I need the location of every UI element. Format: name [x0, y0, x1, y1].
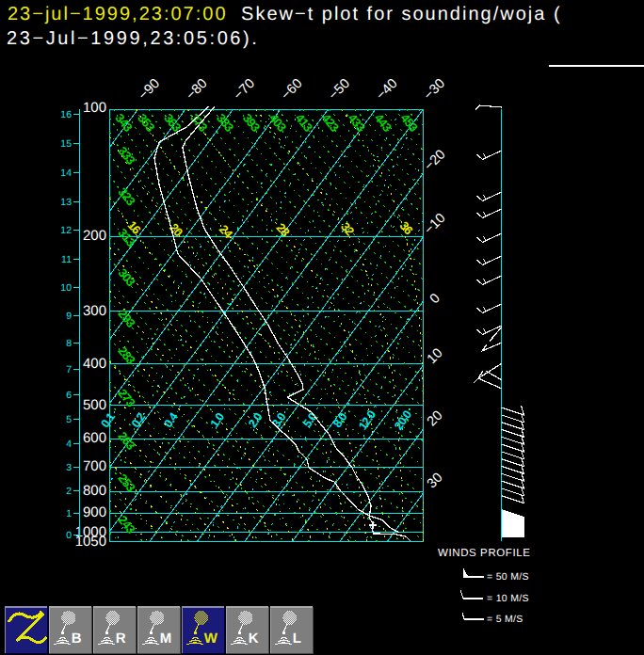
- svg-text:WINDS PROFILE: WINDS PROFILE: [438, 548, 531, 559]
- svg-text:R: R: [116, 631, 126, 647]
- svg-text:6: 6: [66, 390, 72, 401]
- svg-text:4: 4: [66, 439, 72, 450]
- svg-text:100: 100: [83, 100, 106, 116]
- svg-text:B: B: [72, 631, 82, 647]
- svg-text:0: 0: [66, 530, 72, 541]
- svg-text:= 10 M/S: = 10 M/S: [487, 593, 529, 604]
- svg-text:800: 800: [83, 483, 106, 499]
- svg-text:900: 900: [83, 504, 106, 520]
- svg-text:2: 2: [66, 486, 72, 497]
- svg-text:= 5 M/S: = 5 M/S: [487, 614, 523, 625]
- svg-text:15: 15: [60, 138, 72, 150]
- svg-text:3: 3: [66, 462, 72, 473]
- svg-text:L: L: [293, 631, 301, 647]
- svg-text:400: 400: [83, 356, 106, 372]
- svg-text:16: 16: [60, 109, 72, 120]
- svg-text:13: 13: [60, 197, 72, 208]
- svg-text:M: M: [160, 631, 172, 647]
- svg-text:W: W: [204, 631, 218, 647]
- svg-text:11: 11: [61, 254, 72, 265]
- svg-text:K: K: [249, 631, 259, 647]
- svg-text:= 50 M/S: = 50 M/S: [487, 571, 529, 583]
- svg-text:600: 600: [83, 430, 106, 446]
- svg-text:200: 200: [83, 228, 106, 244]
- svg-text:1: 1: [66, 508, 72, 519]
- svg-text:5: 5: [66, 414, 72, 425]
- svg-text:500: 500: [83, 397, 106, 413]
- svg-text:12: 12: [60, 225, 72, 236]
- svg-text:23−jul−1999,23:07:00 Skew−t pl: 23−jul−1999,23:07:00 Skew−t plot for sou…: [8, 4, 562, 24]
- svg-text:10: 10: [60, 282, 72, 294]
- svg-text:14: 14: [60, 168, 72, 179]
- svg-text:700: 700: [83, 458, 106, 474]
- svg-text:7: 7: [66, 364, 72, 375]
- svg-text:8: 8: [66, 338, 72, 349]
- svg-text:23−Jul−1999,23:05:06).: 23−Jul−1999,23:05:06).: [7, 28, 260, 49]
- svg-text:1050: 1050: [75, 534, 106, 550]
- svg-text:9: 9: [66, 311, 72, 322]
- svg-text:300: 300: [83, 303, 106, 319]
